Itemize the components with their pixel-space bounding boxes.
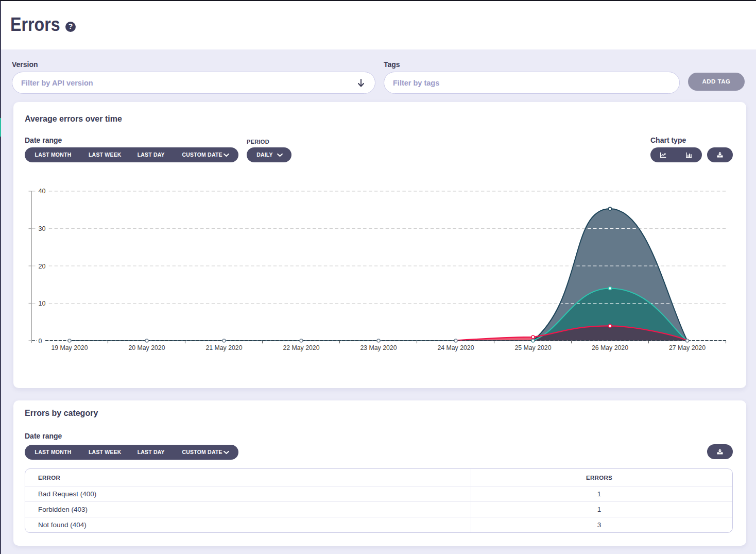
svg-text:25 May 2020: 25 May 2020 [514, 344, 551, 351]
svg-text:23 May 2020: 23 May 2020 [360, 344, 397, 351]
svg-text:10: 10 [39, 300, 46, 307]
svg-text:21 May 2020: 21 May 2020 [205, 344, 242, 351]
svg-text:20: 20 [39, 263, 46, 270]
svg-text:24 May 2020: 24 May 2020 [437, 344, 474, 351]
svg-text:30: 30 [39, 225, 46, 232]
svg-text:19 May 2020: 19 May 2020 [51, 344, 88, 351]
svg-text:40: 40 [39, 188, 46, 195]
svg-text:26 May 2020: 26 May 2020 [592, 344, 628, 351]
svg-text:20 May 2020: 20 May 2020 [128, 344, 165, 351]
svg-text:27 May 2020: 27 May 2020 [669, 344, 706, 351]
svg-text:0: 0 [39, 338, 42, 345]
svg-text:22 May 2020: 22 May 2020 [283, 344, 319, 351]
